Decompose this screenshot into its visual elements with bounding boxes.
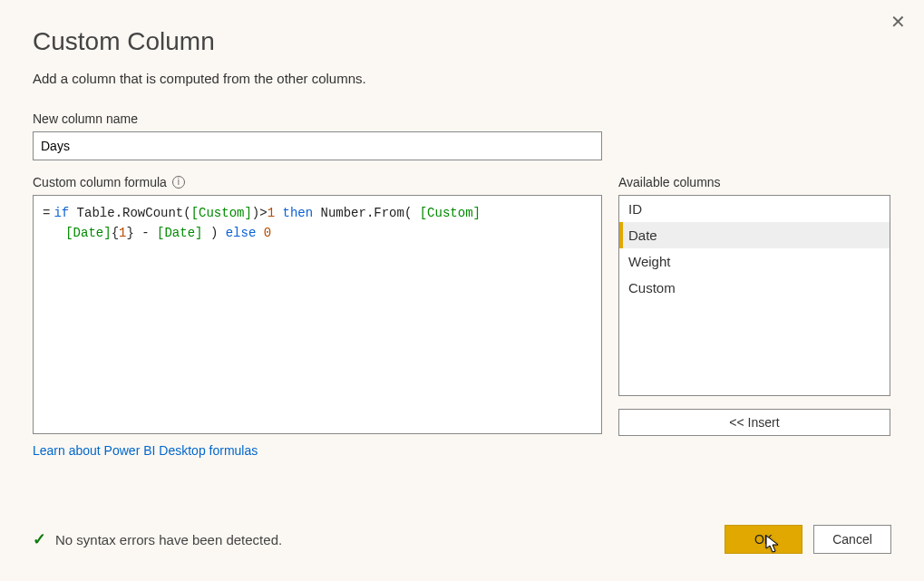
available-columns-list[interactable]: ID Date Weight Custom — [618, 195, 890, 396]
list-item[interactable]: Date — [619, 222, 890, 248]
list-item[interactable]: ID — [619, 196, 890, 222]
custom-formula-textarea[interactable]: =if Table.RowCount([Custom])>1 then Numb… — [33, 195, 602, 434]
dialog-title: Custom Column — [33, 27, 891, 56]
new-column-name-input[interactable] — [33, 131, 602, 160]
formula-content: =if Table.RowCount([Custom])>1 then Numb… — [34, 196, 601, 250]
custom-column-dialog: ✕ Custom Column Add a column that is com… — [0, 0, 924, 581]
status-bar: ✓ No syntax errors have been detected. — [33, 529, 282, 549]
cancel-button[interactable]: Cancel — [813, 525, 891, 554]
ok-button[interactable]: OK — [725, 525, 802, 554]
list-item[interactable]: Weight — [619, 248, 890, 275]
check-icon: ✓ — [33, 529, 46, 549]
dialog-subtitle: Add a column that is computed from the o… — [33, 71, 891, 86]
info-icon[interactable]: i — [172, 176, 185, 189]
available-columns-label: Available columns — [618, 175, 890, 189]
close-icon[interactable]: ✕ — [890, 11, 906, 33]
new-column-name-label: New column name — [33, 111, 891, 126]
custom-formula-label: Custom column formula — [33, 175, 167, 189]
list-item[interactable]: Custom — [619, 275, 890, 301]
status-message: No syntax errors have been detected. — [55, 532, 282, 547]
insert-button[interactable]: << Insert — [618, 409, 890, 436]
learn-formulas-link[interactable]: Learn about Power BI Desktop formulas — [33, 443, 258, 458]
